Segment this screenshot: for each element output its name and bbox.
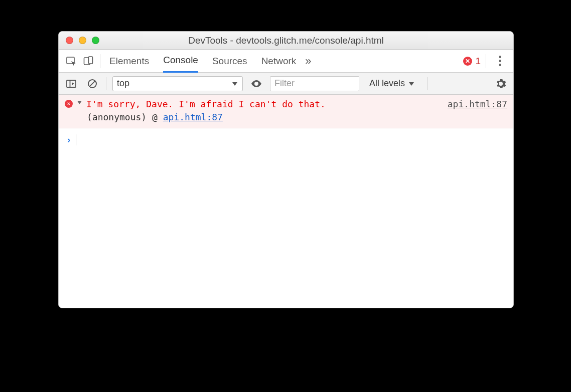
console-toolbar: top All levels — [59, 73, 513, 95]
live-expression-icon[interactable] — [249, 76, 264, 91]
error-icon: ✕ — [65, 100, 73, 108]
divider — [427, 77, 427, 90]
error-icon: ✕ — [463, 57, 472, 66]
chevron-down-icon — [408, 80, 415, 87]
log-levels-selector[interactable]: All levels — [369, 78, 415, 89]
console-prompt[interactable]: › — [59, 128, 513, 152]
tab-elements[interactable]: Elements — [109, 50, 149, 73]
error-message: I'm sorry, Dave. I'm afraid I can't do t… — [86, 98, 326, 110]
svg-rect-2 — [89, 57, 93, 64]
stack-frame-label: (anonymous) @ — [87, 112, 163, 122]
execution-context-label: top — [117, 78, 129, 89]
chevron-down-icon — [231, 80, 238, 87]
inspect-element-icon[interactable] — [63, 53, 80, 70]
window-title: DevTools - devtools.glitch.me/console/ap… — [59, 35, 513, 46]
settings-menu-button[interactable] — [492, 56, 507, 66]
error-source-link[interactable]: api.html:87 — [448, 98, 507, 110]
devtools-tabbar: Elements Console Sources Network » ✕ 1 — [59, 50, 513, 73]
tabs: Elements Console Sources Network — [109, 50, 296, 73]
svg-marker-5 — [72, 82, 74, 85]
tab-network[interactable]: Network — [261, 50, 297, 73]
divider — [486, 54, 486, 68]
svg-marker-8 — [232, 82, 237, 86]
console-settings-icon[interactable] — [493, 76, 508, 91]
expand-toggle-icon[interactable] — [77, 100, 82, 105]
svg-line-7 — [90, 81, 95, 86]
console-error-entry[interactable]: ✕ I'm sorry, Dave. I'm afraid I can't do… — [59, 95, 513, 128]
execution-context-selector[interactable]: top — [112, 76, 243, 91]
error-count: 1 — [475, 56, 481, 67]
svg-point-9 — [255, 83, 257, 85]
title-bar: DevTools - devtools.glitch.me/console/ap… — [59, 32, 513, 50]
toggle-console-sidebar-icon[interactable] — [64, 76, 79, 91]
console-output: ✕ I'm sorry, Dave. I'm afraid I can't do… — [59, 95, 513, 308]
devtools-window: DevTools - devtools.glitch.me/console/ap… — [58, 31, 514, 308]
stack-frame-link[interactable]: api.html:87 — [163, 112, 223, 122]
svg-marker-11 — [77, 101, 82, 104]
log-levels-label: All levels — [369, 78, 405, 89]
divider — [106, 77, 106, 90]
tab-console[interactable]: Console — [163, 50, 198, 73]
tab-sources[interactable]: Sources — [212, 50, 247, 73]
clear-console-icon[interactable] — [85, 76, 100, 91]
filter-input[interactable] — [270, 76, 359, 91]
error-stack-line: (anonymous) @ api.html:87 — [87, 111, 507, 123]
prompt-caret-icon: › — [66, 133, 72, 147]
text-cursor — [76, 134, 76, 145]
error-count-indicator[interactable]: ✕ 1 — [463, 56, 481, 67]
svg-marker-10 — [409, 82, 414, 86]
device-toolbar-icon[interactable] — [80, 53, 97, 70]
tabs-overflow-button[interactable]: » — [305, 55, 311, 68]
svg-rect-3 — [67, 80, 76, 87]
divider — [100, 54, 100, 68]
